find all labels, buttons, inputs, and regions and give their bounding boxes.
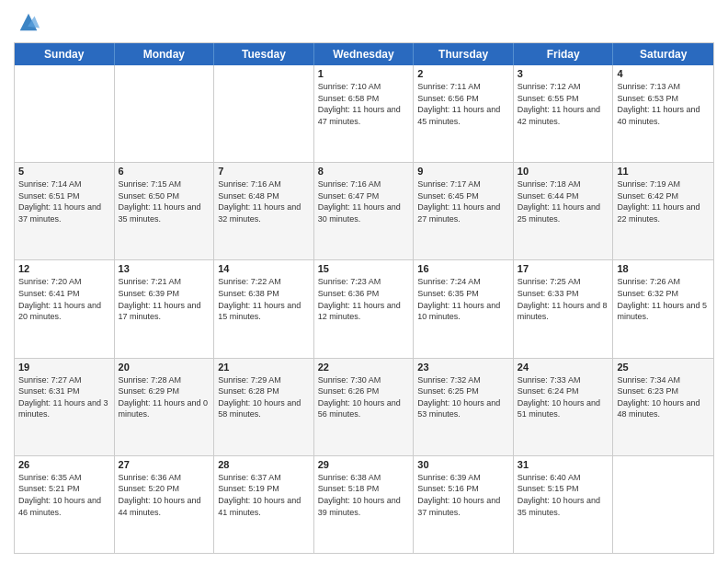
day-header-monday: Monday: [115, 43, 215, 65]
day-cell-17: 17Sunrise: 7:25 AM Sunset: 6:33 PM Dayli…: [514, 260, 614, 357]
calendar-row-4: 19Sunrise: 7:27 AM Sunset: 6:31 PM Dayli…: [15, 358, 713, 455]
day-number: 15: [318, 263, 410, 274]
day-header-friday: Friday: [514, 43, 614, 65]
day-cell-7: 7Sunrise: 7:16 AM Sunset: 6:48 PM Daylig…: [214, 163, 314, 259]
day-cell-24: 24Sunrise: 7:33 AM Sunset: 6:24 PM Dayli…: [514, 359, 614, 455]
day-number: 7: [218, 166, 310, 177]
day-cell-15: 15Sunrise: 7:23 AM Sunset: 6:36 PM Dayli…: [314, 260, 415, 357]
day-cell-22: 22Sunrise: 7:30 AM Sunset: 6:26 PM Dayli…: [314, 359, 415, 455]
day-info: Sunrise: 7:21 AM Sunset: 6:39 PM Dayligh…: [119, 276, 210, 322]
calendar-body: 1Sunrise: 7:10 AM Sunset: 6:58 PM Daylig…: [15, 65, 713, 553]
day-cell-16: 16Sunrise: 7:24 AM Sunset: 6:35 PM Dayli…: [414, 260, 514, 357]
day-number: 22: [318, 362, 410, 373]
day-number: 29: [318, 459, 410, 470]
day-number: 19: [18, 362, 110, 373]
day-info: Sunrise: 7:30 AM Sunset: 6:26 PM Dayligh…: [318, 374, 410, 420]
day-info: Sunrise: 7:24 AM Sunset: 6:35 PM Dayligh…: [417, 276, 509, 322]
day-cell-18: 18Sunrise: 7:26 AM Sunset: 6:32 PM Dayli…: [613, 260, 713, 357]
calendar-header-row: SundayMondayTuesdayWednesdayThursdayFrid…: [15, 43, 713, 65]
day-cell-23: 23Sunrise: 7:32 AM Sunset: 6:25 PM Dayli…: [414, 359, 514, 455]
day-number: 3: [518, 68, 609, 79]
day-cell-26: 26Sunrise: 6:35 AM Sunset: 5:21 PM Dayli…: [15, 456, 115, 553]
day-info: Sunrise: 7:12 AM Sunset: 6:55 PM Dayligh…: [518, 81, 609, 127]
calendar-row-3: 12Sunrise: 7:20 AM Sunset: 6:41 PM Dayli…: [15, 259, 713, 357]
day-number: 26: [18, 459, 110, 470]
day-info: Sunrise: 7:17 AM Sunset: 6:45 PM Dayligh…: [417, 178, 509, 224]
day-cell-9: 9Sunrise: 7:17 AM Sunset: 6:45 PM Daylig…: [414, 163, 514, 259]
day-header-tuesday: Tuesday: [214, 43, 314, 65]
day-number: 31: [518, 459, 609, 470]
day-header-wednesday: Wednesday: [314, 43, 415, 65]
day-cell-13: 13Sunrise: 7:21 AM Sunset: 6:39 PM Dayli…: [115, 260, 215, 357]
day-info: Sunrise: 7:28 AM Sunset: 6:29 PM Dayligh…: [119, 374, 210, 420]
empty-cell: [613, 456, 713, 553]
day-number: 1: [318, 68, 410, 79]
day-number: 17: [518, 263, 609, 274]
logo-icon: [16, 9, 41, 35]
day-header-saturday: Saturday: [613, 43, 713, 65]
day-info: Sunrise: 7:34 AM Sunset: 6:23 PM Dayligh…: [617, 374, 710, 420]
day-info: Sunrise: 6:35 AM Sunset: 5:21 PM Dayligh…: [18, 472, 110, 518]
day-info: Sunrise: 6:38 AM Sunset: 5:18 PM Dayligh…: [318, 472, 410, 518]
day-number: 24: [518, 362, 609, 373]
day-header-thursday: Thursday: [414, 43, 514, 65]
day-info: Sunrise: 7:20 AM Sunset: 6:41 PM Dayligh…: [18, 276, 110, 322]
day-cell-28: 28Sunrise: 6:37 AM Sunset: 5:19 PM Dayli…: [214, 456, 314, 553]
day-cell-25: 25Sunrise: 7:34 AM Sunset: 6:23 PM Dayli…: [613, 359, 713, 455]
day-info: Sunrise: 7:13 AM Sunset: 6:53 PM Dayligh…: [617, 81, 710, 127]
calendar-row-5: 26Sunrise: 6:35 AM Sunset: 5:21 PM Dayli…: [15, 455, 713, 553]
day-info: Sunrise: 6:36 AM Sunset: 5:20 PM Dayligh…: [119, 472, 210, 518]
day-info: Sunrise: 7:27 AM Sunset: 6:31 PM Dayligh…: [18, 374, 110, 420]
day-number: 4: [617, 68, 710, 79]
day-info: Sunrise: 7:22 AM Sunset: 6:38 PM Dayligh…: [218, 276, 310, 322]
day-number: 30: [417, 459, 509, 470]
page: SundayMondayTuesdayWednesdayThursdayFrid…: [0, 0, 728, 563]
day-cell-27: 27Sunrise: 6:36 AM Sunset: 5:20 PM Dayli…: [115, 456, 215, 553]
day-info: Sunrise: 7:19 AM Sunset: 6:42 PM Dayligh…: [617, 178, 710, 224]
day-info: Sunrise: 7:18 AM Sunset: 6:44 PM Dayligh…: [518, 178, 609, 224]
day-cell-10: 10Sunrise: 7:18 AM Sunset: 6:44 PM Dayli…: [514, 163, 614, 259]
day-info: Sunrise: 6:39 AM Sunset: 5:16 PM Dayligh…: [417, 472, 509, 518]
day-cell-8: 8Sunrise: 7:16 AM Sunset: 6:47 PM Daylig…: [314, 163, 415, 259]
day-number: 5: [18, 166, 110, 177]
day-number: 14: [218, 263, 310, 274]
day-cell-6: 6Sunrise: 7:15 AM Sunset: 6:50 PM Daylig…: [115, 163, 215, 259]
day-cell-29: 29Sunrise: 6:38 AM Sunset: 5:18 PM Dayli…: [314, 456, 415, 553]
day-header-sunday: Sunday: [15, 43, 115, 65]
empty-cell: [214, 65, 314, 162]
logo: [14, 9, 41, 35]
day-cell-21: 21Sunrise: 7:29 AM Sunset: 6:28 PM Dayli…: [214, 359, 314, 455]
calendar-row-1: 1Sunrise: 7:10 AM Sunset: 6:58 PM Daylig…: [15, 65, 713, 162]
day-info: Sunrise: 7:26 AM Sunset: 6:32 PM Dayligh…: [617, 276, 710, 322]
day-number: 16: [417, 263, 509, 274]
day-cell-3: 3Sunrise: 7:12 AM Sunset: 6:55 PM Daylig…: [514, 65, 614, 162]
day-number: 12: [18, 263, 110, 274]
day-number: 28: [218, 459, 310, 470]
day-number: 18: [617, 263, 710, 274]
day-info: Sunrise: 7:32 AM Sunset: 6:25 PM Dayligh…: [417, 374, 509, 420]
day-info: Sunrise: 7:16 AM Sunset: 6:47 PM Dayligh…: [318, 178, 410, 224]
calendar-row-2: 5Sunrise: 7:14 AM Sunset: 6:51 PM Daylig…: [15, 162, 713, 259]
day-info: Sunrise: 6:40 AM Sunset: 5:15 PM Dayligh…: [518, 472, 609, 518]
calendar: SundayMondayTuesdayWednesdayThursdayFrid…: [14, 42, 714, 554]
day-cell-31: 31Sunrise: 6:40 AM Sunset: 5:15 PM Dayli…: [514, 456, 614, 553]
day-number: 25: [617, 362, 710, 373]
day-info: Sunrise: 7:33 AM Sunset: 6:24 PM Dayligh…: [518, 374, 609, 420]
day-cell-12: 12Sunrise: 7:20 AM Sunset: 6:41 PM Dayli…: [15, 260, 115, 357]
day-number: 9: [417, 166, 509, 177]
day-cell-11: 11Sunrise: 7:19 AM Sunset: 6:42 PM Dayli…: [613, 163, 713, 259]
empty-cell: [15, 65, 115, 162]
day-number: 8: [318, 166, 410, 177]
day-cell-14: 14Sunrise: 7:22 AM Sunset: 6:38 PM Dayli…: [214, 260, 314, 357]
day-number: 21: [218, 362, 310, 373]
day-info: Sunrise: 7:14 AM Sunset: 6:51 PM Dayligh…: [18, 178, 110, 224]
day-number: 2: [417, 68, 509, 79]
empty-cell: [115, 65, 215, 162]
day-cell-5: 5Sunrise: 7:14 AM Sunset: 6:51 PM Daylig…: [15, 163, 115, 259]
day-number: 11: [617, 166, 710, 177]
day-number: 20: [119, 362, 210, 373]
day-info: Sunrise: 7:23 AM Sunset: 6:36 PM Dayligh…: [318, 276, 410, 322]
day-info: Sunrise: 7:25 AM Sunset: 6:33 PM Dayligh…: [518, 276, 609, 322]
day-info: Sunrise: 6:37 AM Sunset: 5:19 PM Dayligh…: [218, 472, 310, 518]
day-cell-1: 1Sunrise: 7:10 AM Sunset: 6:58 PM Daylig…: [314, 65, 415, 162]
